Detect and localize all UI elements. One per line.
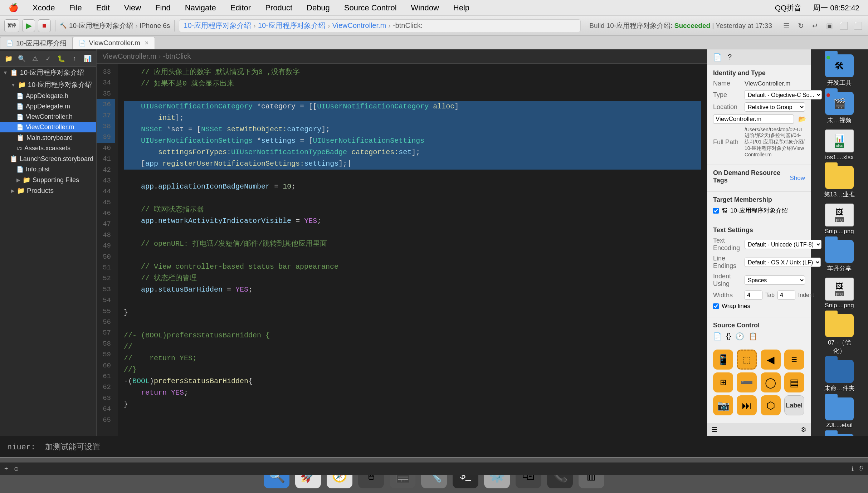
sidebar-item-viewcontroller-m[interactable]: 📄 ViewController.m	[0, 122, 96, 132]
apple-menu[interactable]: 🍎	[6, 3, 21, 13]
inspector-file-icon[interactable]: 📄	[713, 53, 722, 62]
icon-camera[interactable]: 📷	[713, 395, 733, 415]
sidebar-item-appdelegate-h[interactable]: 📄 AppDelegate.h	[0, 91, 96, 101]
icon-minus[interactable]: ➖	[737, 372, 757, 392]
icon-grid[interactable]: ⊞	[713, 372, 733, 392]
sidebar-icon-scm[interactable]: ↑	[70, 54, 79, 64]
menu-xcode[interactable]: Xcode	[30, 3, 58, 13]
sc-brackets-icon[interactable]: {}	[726, 332, 731, 341]
icon-label-component[interactable]: Label	[784, 395, 804, 415]
sidebar-item-launchscreen[interactable]: 📋 LaunchScreen.storyboard	[0, 153, 96, 164]
menu-editor[interactable]: Editor	[228, 3, 254, 13]
panel-filter-icon[interactable]: ☰	[712, 426, 717, 434]
sidebar-icon-test[interactable]: ✓	[44, 54, 53, 64]
desktop-icon-xlsx[interactable]: 📊 xlsx ios1....xlsx	[824, 128, 855, 162]
sc-list-icon[interactable]: 📋	[748, 332, 757, 341]
desktop-icon-darkfolder[interactable]: 未命…件夹	[823, 358, 856, 394]
icon-cube[interactable]: ⬡	[761, 395, 781, 415]
sidebar-icon-warning[interactable]: ⚠	[30, 54, 39, 64]
sidebar-item-project-root[interactable]: ▼ 📋 10-应用程序对象介绍	[0, 67, 96, 79]
menu-source-control[interactable]: Source Control	[341, 3, 400, 13]
menu-edit[interactable]: Edit	[93, 3, 113, 13]
editor-content[interactable]: 333435 36 37 38 39 4041424344 4546474849…	[97, 64, 707, 436]
code-line-48: // View controller-based status bar appe…	[124, 261, 701, 273]
sidebar-item-group-main[interactable]: ▼ 📁 10-应用程序对象介绍	[0, 79, 96, 91]
path-browse-icon[interactable]: 📂	[798, 115, 806, 123]
code-line-38b: settingsForTypes:UIUserNotificationTypeB…	[124, 147, 701, 158]
sidebar-icon-report[interactable]: 📊	[83, 54, 92, 64]
desktop-icon-png1[interactable]: 🖼 png Snip....png	[823, 202, 855, 236]
menu-debug[interactable]: Debug	[304, 3, 333, 13]
desktop-icon-yellow2[interactable]: 07--（优化）	[822, 313, 857, 356]
sidebar-icon-debug[interactable]: 🐛	[57, 54, 66, 64]
icon-right-list[interactable]: ▤	[784, 372, 804, 392]
sidebar-item-products[interactable]: ▶ 📁 Products	[0, 185, 96, 196]
sidebar-item-main-storyboard[interactable]: 📋 Main.storyboard	[0, 132, 96, 143]
sc-add-icon[interactable]: 📄	[713, 332, 722, 341]
sidebar-item-infoplist[interactable]: 📄 Info.plist	[0, 164, 96, 175]
desktop-icon-video[interactable]: 🎬 未…视频	[824, 91, 855, 126]
view-standard[interactable]: ▣	[824, 20, 835, 31]
indent-using-select[interactable]: Spaces	[745, 275, 805, 285]
desktop-icon-yellow-folder1[interactable]: 第13…业推	[823, 165, 857, 200]
name-label: Name	[713, 80, 742, 87]
run-button[interactable]: ▶	[22, 19, 35, 32]
menu-find[interactable]: Find	[152, 3, 174, 13]
relative-path-input[interactable]	[713, 114, 794, 124]
sidebar-item-supporting-files[interactable]: ▶ 📁 Supporting Files	[0, 175, 96, 185]
icon-screen[interactable]: 📱	[713, 350, 733, 370]
view-toggle-list[interactable]: ☰	[781, 20, 792, 31]
sidebar-item-appdelegate-m[interactable]: 📄 AppDelegate.m	[0, 101, 96, 112]
tab-close-icon[interactable]: ✕	[145, 40, 149, 46]
toolbar-right-icons: ☰ ↻ ↵ ▣ ⬜ ⬜	[781, 20, 864, 31]
tab-width-input[interactable]	[745, 291, 762, 300]
device-name[interactable]: iPhone 6s	[140, 22, 170, 30]
menu-product[interactable]: Product	[262, 3, 295, 13]
stop-button[interactable]: ■	[38, 19, 51, 32]
desktop-icon-png2[interactable]: 🖼 png Snip....png	[823, 276, 855, 311]
target-checkbox[interactable]	[713, 208, 719, 214]
code-content[interactable]: // 应用头像上的数字 默认情况下为0 ,没有数字 // 如果不是0 就会显示出…	[118, 64, 707, 436]
sidebar-item-assets[interactable]: 🗂 Assets.xcassets	[0, 143, 96, 153]
breadcrumb-part-1[interactable]: 10-应用程序对象介绍	[184, 21, 251, 30]
panel-settings-icon[interactable]: ⚙	[801, 426, 806, 434]
sidebar-item-viewcontroller-h[interactable]: 📄 ViewController.h	[0, 112, 96, 122]
breadcrumb-part-3[interactable]: ViewController.m	[332, 21, 386, 30]
desktop-icon-devtools[interactable]: 🛠 开发工具	[824, 53, 855, 88]
sc-clock-icon[interactable]: 🕐	[735, 332, 744, 341]
tab-viewcontroller-m[interactable]: 📄 ViewController.m ✕	[73, 37, 155, 49]
target-name[interactable]: 10-应用程序对象介绍	[69, 21, 133, 30]
view-split-v[interactable]: ⬜	[838, 20, 849, 31]
view-toggle-enter[interactable]: ↵	[809, 20, 821, 31]
desktop-icon-share[interactable]: 车丹分享	[824, 239, 855, 274]
line-endings-select[interactable]: Default - OS X / Unix (LF)	[745, 258, 821, 267]
type-select[interactable]: Default - Objective-C So...	[745, 90, 822, 99]
view-toggle-refresh[interactable]: ↻	[795, 20, 806, 31]
inspector-quick-icon[interactable]: ?	[728, 53, 732, 62]
sidebar-icon-search[interactable]: 🔍	[18, 54, 26, 64]
desktop-icon-ios1[interactable]: ios1...试题	[824, 433, 855, 436]
menu-help[interactable]: Help	[450, 3, 472, 13]
code-editor[interactable]: ViewController.m › -btnClick 333435 36 3…	[97, 49, 707, 436]
menu-file[interactable]: File	[66, 3, 84, 13]
sidebar-icon-folder[interactable]: 📁	[4, 54, 13, 64]
icon-selection[interactable]: ⬚	[737, 350, 757, 370]
icon-play-fast[interactable]: ⏭	[737, 395, 757, 415]
tab-viewcontroller[interactable]: 📄 10-应用程序介绍	[0, 37, 73, 49]
desktop-icon-detail[interactable]: ZJL...etail	[824, 396, 855, 430]
breadcrumb-part-2[interactable]: 10-应用程序对象介绍	[258, 21, 326, 30]
icon-circle[interactable]: ◯	[761, 372, 781, 392]
wrap-lines-checkbox[interactable]	[713, 303, 719, 309]
show-button[interactable]: Show	[790, 175, 805, 182]
view-split-h[interactable]: ⬜	[852, 20, 864, 31]
menu-window[interactable]: Window	[408, 3, 442, 13]
menu-view[interactable]: View	[121, 3, 144, 13]
breadcrumb-method[interactable]: -btnClick:	[393, 21, 423, 30]
indent-width-input[interactable]	[777, 291, 795, 300]
menu-navigate[interactable]: Navigate	[182, 3, 219, 13]
icon-back[interactable]: ◀	[761, 350, 781, 370]
pause-button[interactable]: 暂停	[4, 19, 19, 32]
icon-list[interactable]: ≡	[784, 350, 804, 370]
encoding-select[interactable]: Default - Unicode (UTF-8)	[745, 240, 821, 249]
location-select[interactable]: Relative to Group	[745, 102, 805, 112]
